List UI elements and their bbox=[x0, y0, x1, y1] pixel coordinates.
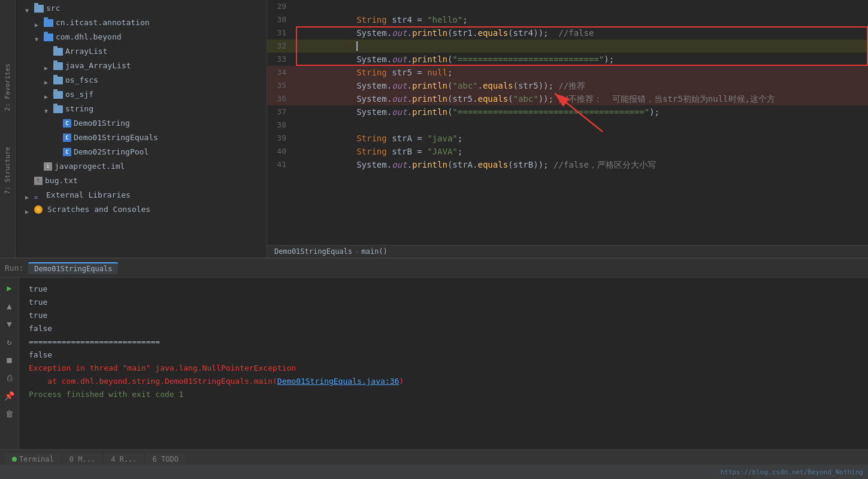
run-print-button[interactable]: ⎙ bbox=[3, 371, 16, 384]
tree-item-com-dhl[interactable]: com.dhl.beyond bbox=[16, 30, 267, 44]
tree-item-demo01string[interactable]: C Demo01String bbox=[16, 116, 267, 131]
tree-item-ext-lib[interactable]: ≡ External Libraries bbox=[16, 188, 267, 202]
file-icon-demo01string: C bbox=[63, 119, 71, 128]
tree-item-cn-itcast[interactable]: cn.itcast.annotation bbox=[16, 16, 267, 30]
output-line-3: true bbox=[29, 309, 858, 322]
run-tab-active[interactable]: Demo01StringEquals bbox=[28, 262, 118, 274]
output-line-2: true bbox=[29, 296, 858, 309]
arrow-ext-lib bbox=[25, 192, 32, 199]
btab-4r[interactable]: 4 R... bbox=[104, 453, 144, 465]
file-icon-demo02stringpool: C bbox=[63, 148, 71, 156]
status-bar-url: https://blog.csdn.net/Beyond_Nothing bbox=[721, 468, 863, 476]
code-line-38: 38 bbox=[267, 119, 868, 132]
spacer2 bbox=[54, 134, 61, 141]
arrow-os-fscs bbox=[44, 77, 52, 84]
spacer5 bbox=[25, 177, 32, 184]
code-line-29: 29 bbox=[267, 0, 868, 13]
tree-item-src[interactable]: src bbox=[16, 1, 267, 16]
bottom-tabs: Terminal 0 M... 4 R... 6 TODO bbox=[0, 449, 868, 465]
tree-item-os-sjf[interactable]: os_sjf bbox=[16, 87, 267, 102]
arrow-string bbox=[44, 105, 52, 113]
tree-item-demo02stringpool[interactable]: C Demo02StringPool bbox=[16, 145, 267, 159]
vtab-favorites[interactable]: 2: Favorites bbox=[1, 57, 14, 117]
code-line-30: 30 String str4 = "hello"; bbox=[267, 13, 868, 26]
run-label: Run: bbox=[5, 263, 23, 272]
folder-icon-cn bbox=[44, 19, 53, 27]
arrow-java-arraylist bbox=[44, 62, 52, 69]
editor-area: 29 30 String str4 = "hello"; 31 System.o… bbox=[267, 0, 868, 257]
scratch-icon bbox=[34, 205, 43, 214]
code-line-37: 37 System.out.println("=================… bbox=[267, 105, 868, 119]
file-tree: src cn.itcast.annotation com.dhl.beyond … bbox=[16, 0, 267, 257]
code-line-41: 41 System.out.println(strA.equals(strB))… bbox=[267, 158, 868, 171]
folder-icon-java-arraylist bbox=[53, 62, 63, 70]
output-line-1: true bbox=[29, 283, 858, 296]
arrow-os-sjf bbox=[44, 91, 52, 98]
tree-item-arraylist[interactable]: ArrayList bbox=[16, 44, 267, 59]
run-body: ▶ ▲ ▼ ↻ ■ ⎙ 📌 🗑 true true true false ===… bbox=[0, 278, 868, 449]
folder-icon-com bbox=[44, 34, 53, 41]
iml-icon: i bbox=[44, 162, 52, 171]
output-error-stack: at com.dhl.beyond.string.Demo01StringEqu… bbox=[29, 375, 858, 388]
code-line-34: 34 String str5 = null; bbox=[267, 66, 868, 79]
breadcrumb-method[interactable]: main() bbox=[361, 247, 387, 256]
vtab-structure[interactable]: 7: Structure bbox=[1, 141, 14, 200]
run-scroll-down-button[interactable]: ▼ bbox=[3, 317, 16, 331]
main-layout: 2: Favorites 7: Structure src cn.itcast.… bbox=[0, 0, 868, 479]
tree-item-scratches[interactable]: Scratches and Consoles bbox=[16, 202, 267, 217]
code-line-39: 39 String strA = "java"; bbox=[267, 132, 868, 145]
file-icon-demo01stringequals: C bbox=[63, 134, 71, 142]
breadcrumb-bar: Demo01StringEquals › main() bbox=[267, 245, 868, 257]
status-bar: https://blog.csdn.net/Beyond_Nothing bbox=[0, 465, 868, 479]
run-output[interactable]: true true true false ===================… bbox=[19, 278, 868, 449]
code-line-35: 35 System.out.println("abc".equals(str5)… bbox=[267, 79, 868, 92]
stack-trace-link[interactable]: Demo01StringEquals.java:36 bbox=[277, 377, 400, 386]
breadcrumb-file[interactable]: Demo01StringEquals bbox=[274, 247, 352, 256]
spacer1 bbox=[54, 120, 61, 127]
arrow-arraylist bbox=[44, 48, 52, 55]
editor-content[interactable]: 29 30 String str4 = "hello"; 31 System.o… bbox=[267, 0, 868, 245]
tree-item-java-arraylist[interactable]: java_ArrayList bbox=[16, 59, 267, 73]
arrow-com bbox=[35, 34, 42, 41]
run-header: Run: Demo01StringEquals bbox=[0, 259, 868, 278]
code-line-33: 33 System.out.println("=================… bbox=[267, 53, 868, 66]
run-toolbar: ▶ ▲ ▼ ↻ ■ ⎙ 📌 🗑 bbox=[0, 278, 19, 449]
txt-icon: t bbox=[34, 177, 43, 185]
output-line-5: ============================ bbox=[29, 335, 858, 348]
top-section: 2: Favorites 7: Structure src cn.itcast.… bbox=[0, 0, 868, 257]
run-rerun-button[interactable]: ↻ bbox=[3, 335, 16, 348]
output-error-line: Exception in thread "main" java.lang.Nul… bbox=[29, 362, 858, 375]
code-line-32: 32 bbox=[267, 40, 868, 53]
output-line-6: false bbox=[29, 348, 858, 362]
tree-item-demo01stringequals[interactable]: C Demo01StringEquals bbox=[16, 131, 267, 145]
code-line-31: 31 System.out.println(str1.equals(str4))… bbox=[267, 26, 868, 40]
tree-item-bug[interactable]: t bug.txt bbox=[16, 174, 267, 188]
folder-icon-src bbox=[34, 5, 44, 13]
tree-item-string[interactable]: string bbox=[16, 102, 267, 116]
run-clear-button[interactable]: 🗑 bbox=[3, 407, 16, 420]
output-line-4: false bbox=[29, 322, 858, 335]
arrow-src bbox=[25, 5, 32, 12]
run-pin-button[interactable]: 📌 bbox=[3, 389, 16, 402]
btab-terminal[interactable]: Terminal bbox=[5, 453, 61, 465]
tree-item-iml[interactable]: i javaprogect.iml bbox=[16, 159, 267, 174]
left-panel: 2: Favorites 7: Structure bbox=[0, 0, 16, 257]
code-lines: 29 30 String str4 = "hello"; 31 System.o… bbox=[267, 0, 868, 171]
btab-todo[interactable]: 6 TODO bbox=[146, 453, 186, 465]
tree-item-os-fscs[interactable]: os_fscs bbox=[16, 73, 267, 87]
code-line-36: 36 System.out.println(str5.equals("abc")… bbox=[267, 92, 868, 105]
folder-icon-os-sjf bbox=[53, 91, 63, 99]
breadcrumb-sep: › bbox=[355, 247, 359, 256]
folder-icon-os-fscs bbox=[53, 77, 63, 84]
btab-0m[interactable]: 0 M... bbox=[62, 453, 102, 465]
arrow-scratches bbox=[25, 206, 32, 213]
folder-icon-string bbox=[53, 105, 63, 113]
code-line-40: 40 String strB = "JAVA"; bbox=[267, 145, 868, 158]
run-scroll-up-button[interactable]: ▲ bbox=[3, 299, 16, 313]
output-process-line: Process finished with exit code 1 bbox=[29, 388, 858, 401]
run-stop-button[interactable]: ■ bbox=[3, 353, 16, 366]
run-play-button[interactable]: ▶ bbox=[3, 281, 16, 295]
btab-dot-terminal bbox=[12, 457, 17, 462]
spacer4 bbox=[35, 163, 42, 170]
arrow-cn bbox=[35, 19, 42, 26]
